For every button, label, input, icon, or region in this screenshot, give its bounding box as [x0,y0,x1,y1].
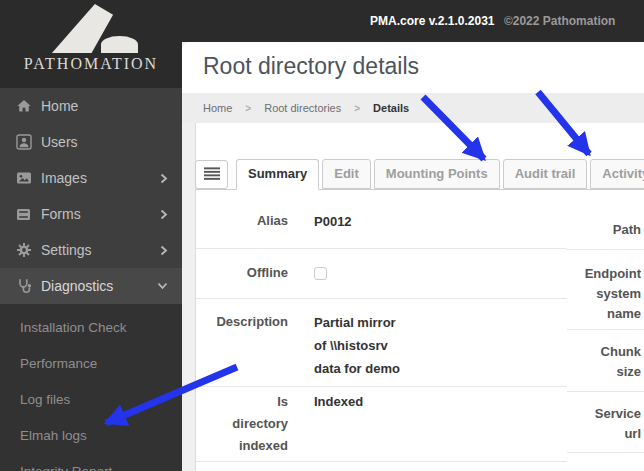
field-value: Indexed [288,391,363,413]
tab-summary[interactable]: Summary [236,159,319,190]
content-area: Summary Edit Mounting Points Audit trail… [182,123,644,471]
field-label: Endpoint system name [567,264,644,324]
breadcrumb-home[interactable]: Home [203,102,232,114]
sidebar-item-label: Settings [41,242,92,258]
sidebar-item-label: Forms [41,206,81,222]
pma-core-app: PMA.core v.2.1.0.2031 ©2022 Pathomation … [0,0,644,471]
field-label: Service url [567,404,644,444]
chevron-right-icon [160,245,168,256]
diagnostics-submenu: Installation Check Performance Log files… [0,304,182,471]
submenu-item-installation-check[interactable]: Installation Check [0,310,182,346]
page-header: Root directory details [182,42,644,93]
sidebar: PATHOMATION Home Users Images [0,0,182,471]
app-version: PMA.core v.2.1.0.2031 ©2022 Pathomation [370,0,615,42]
images-icon [15,170,32,187]
sidebar-item-label: Home [41,98,78,114]
field-row-chunk-size: Chunk size [567,330,644,392]
field-value: Partial mirror of \\histosrv data for de… [288,311,400,380]
chevron-down-icon [157,282,168,290]
page-title: Root directory details [182,42,644,80]
submenu-item-elmah-logs[interactable]: Elmah logs [0,418,182,454]
users-icon [15,134,32,151]
sidebar-item-label: Images [41,170,87,186]
sidebar-item-label: Diagnostics [41,278,113,294]
field-label: Path [567,220,644,240]
sidebar-item-users[interactable]: Users [0,124,182,160]
breadcrumb: Home > Root directories > Details [182,93,644,123]
summary-left-column: Alias P0012 Offline Description Partial … [196,190,567,471]
chevron-right-icon [160,209,168,220]
settings-icon [15,242,32,259]
tab-menu-button[interactable] [195,160,228,189]
field-label: Is directory indexed [196,391,288,457]
summary-right-column: Path Endpoint system name Chunk size Ser… [567,190,644,471]
sidebar-nav: Home Users Images [0,88,182,304]
tab-mounting-points[interactable]: Mounting Points [374,159,500,189]
sidebar-item-settings[interactable]: Settings [0,232,182,268]
submenu-item-integrity-report[interactable]: Integrity Report [0,454,182,471]
logo-text: PATHOMATION [0,55,182,73]
field-row-path: Path [567,190,644,250]
field-label: Alias [196,210,288,231]
home-icon [15,98,32,115]
details-panel: Summary Edit Mounting Points Audit trail… [195,123,644,471]
sidebar-item-diagnostics[interactable]: Diagnostics [0,268,182,304]
submenu-item-performance[interactable]: Performance [0,346,182,382]
tab-activity-log[interactable]: Activity log [590,159,644,189]
diagnostics-icon [15,278,32,295]
field-row-description: Description Partial mirror of \\histosrv… [196,299,567,387]
logo-dome-icon [101,36,138,53]
top-bar: PMA.core v.2.1.0.2031 ©2022 Pathomation [182,0,644,42]
submenu-item-log-files[interactable]: Log files [0,382,182,418]
field-row-offline: Offline [196,249,567,299]
offline-checkbox[interactable] [314,267,327,280]
main-content: Root directory details Home > Root direc… [182,42,644,471]
copyright-text: ©2022 Pathomation [504,14,616,28]
product-name: PMA.core v.2.1.0.2031 [370,14,495,28]
pathomation-logo[interactable]: PATHOMATION [0,0,182,88]
field-value: P0012 [288,210,352,233]
sidebar-item-label: Users [41,134,78,150]
sidebar-item-images[interactable]: Images [0,160,182,196]
tab-audit-trail[interactable]: Audit trail [503,159,588,189]
hamburger-icon [204,166,220,184]
chevron-right-icon [160,173,168,184]
field-label: Offline [196,262,288,283]
forms-icon [15,206,32,223]
tab-edit[interactable]: Edit [322,159,371,189]
field-row-service-url: Service url [567,392,644,453]
breadcrumb-separator: > [245,103,251,114]
summary-tab-content: Alias P0012 Offline Description Partial … [196,190,644,471]
sidebar-item-home[interactable]: Home [0,88,182,124]
breadcrumb-root-directories[interactable]: Root directories [264,102,341,114]
field-row-endpoint-system-name: Endpoint system name [567,250,644,330]
breadcrumb-separator: > [354,103,360,114]
tab-bar: Summary Edit Mounting Points Audit trail… [195,160,644,190]
field-label: Description [196,311,288,332]
field-label: Chunk size [567,342,644,382]
field-row-is-directory-indexed: Is directory indexed Indexed [196,387,567,462]
breadcrumb-details: Details [373,102,409,114]
sidebar-item-forms[interactable]: Forms [0,196,182,232]
field-row-alias: Alias P0012 [196,190,567,249]
